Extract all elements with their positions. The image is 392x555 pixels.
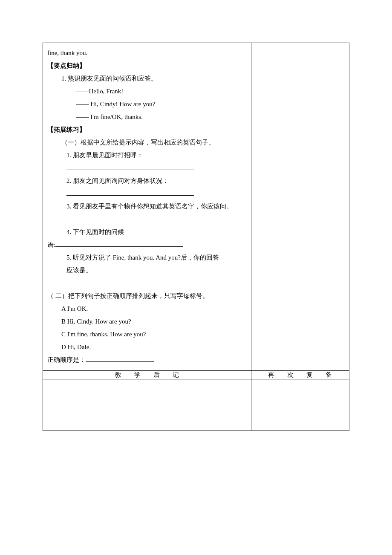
question-5-line1: 5. 听见对方说了 Fine, thank you. And you?后，你的回… <box>47 251 247 264</box>
question-4-line1: 4. 下午见面时的问候 <box>47 225 247 238</box>
question-3: 3. 看见朋友手里有个物件你想知道其英语名字，你应该问。 <box>47 200 247 213</box>
option-a: A I'm OK. <box>47 302 247 315</box>
part1-intro: （一）根据中文所给提示内容，写出相应的英语句子。 <box>47 136 247 149</box>
option-d: D Hi, Dale. <box>47 341 247 353</box>
footer-left-header: 教学后记 <box>43 371 251 379</box>
answer-blank-1[interactable] <box>47 162 247 174</box>
answer-blank-3[interactable] <box>47 213 247 225</box>
continuation-line: fine, thank you. <box>47 46 247 59</box>
main-content-cell: fine, thank you. 【要点归纳】 1. 熟识朋友见面的问候语和应答… <box>43 43 251 371</box>
dialogue-line-3: —— I'm fine/OK, thanks. <box>47 110 247 123</box>
dialogue-line-1: ——Hello, Frank! <box>47 85 247 98</box>
question-5-line2: 应该是。 <box>47 264 247 277</box>
correct-order-line[interactable]: 正确顺序是： <box>47 353 247 366</box>
question-2: 2. 朋友之间见面询问对方身体状况： <box>47 174 247 187</box>
question-4-line2[interactable]: 语: <box>47 238 247 251</box>
option-b: B Hi, Cindy. How are you? <box>47 315 247 328</box>
review-notes-cell[interactable] <box>251 379 349 431</box>
answer-blank-2[interactable] <box>47 187 247 200</box>
answer-blank-5[interactable] <box>47 277 247 289</box>
dialogue-line-2: —— Hi, Cindy! How are you? <box>47 98 247 110</box>
option-c: C I'm fine, thanks. How are you? <box>47 328 247 341</box>
side-notes-cell <box>251 43 349 371</box>
question-1: 1. 朋友早晨见面时打招呼： <box>47 149 247 162</box>
teaching-notes-cell[interactable] <box>43 379 251 431</box>
part2-intro: （ 二）把下列句子按正确顺序排列起来，只写字母标号。 <box>47 289 247 302</box>
section-keypoints-title: 【要点归纳】 <box>47 59 247 72</box>
keypoint-1: 1. 熟识朋友见面的问候语和应答。 <box>47 72 247 85</box>
section-exercise-title: 【拓展练习】 <box>47 123 247 136</box>
footer-right-header: 再次复备 <box>251 371 349 379</box>
